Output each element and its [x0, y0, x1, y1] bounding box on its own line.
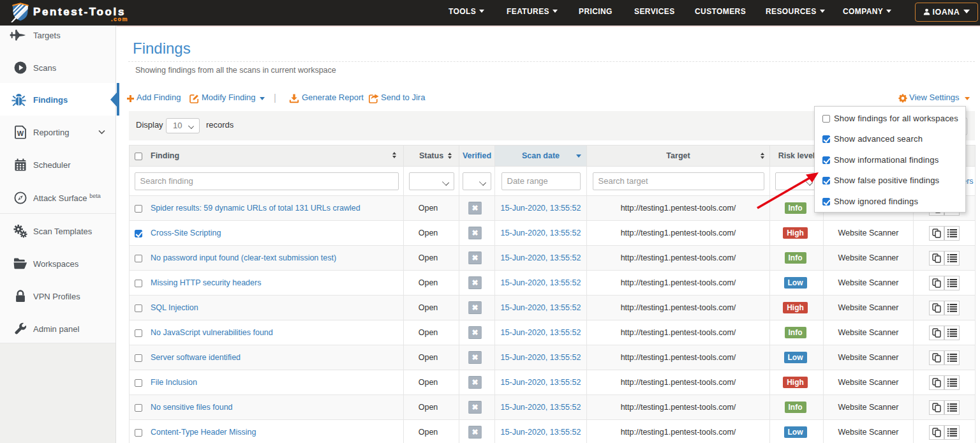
svg-text:W: W [17, 130, 24, 137]
